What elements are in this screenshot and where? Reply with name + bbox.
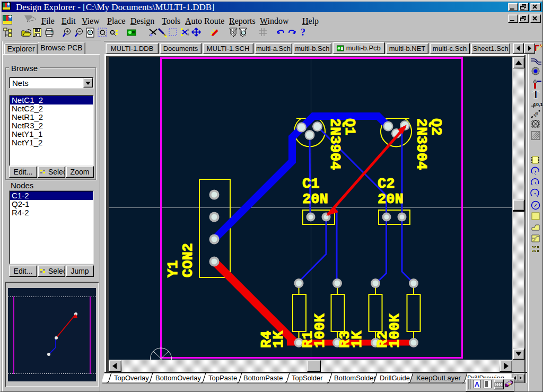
svg-text:10: 10	[532, 111, 539, 118]
svg-text:KeepOutLayer: KeepOutLayer	[416, 374, 461, 382]
svg-text:TopSolder: TopSolder	[292, 374, 323, 382]
svg-text:BottomPaste: BottomPaste	[243, 374, 283, 382]
svg-text:?: ?	[508, 382, 511, 387]
svg-text:TopPaste: TopPaste	[208, 374, 237, 382]
svg-text:T: T	[532, 88, 540, 101]
svg-text:BottomSolder: BottomSolder	[334, 374, 376, 382]
svg-text:BottomOverlay: BottomOverlay	[155, 374, 201, 382]
svg-text:DrillGuide: DrillGuide	[380, 374, 410, 382]
svg-text:?: ?	[301, 27, 305, 38]
svg-text:TopOverlay: TopOverlay	[114, 374, 149, 382]
